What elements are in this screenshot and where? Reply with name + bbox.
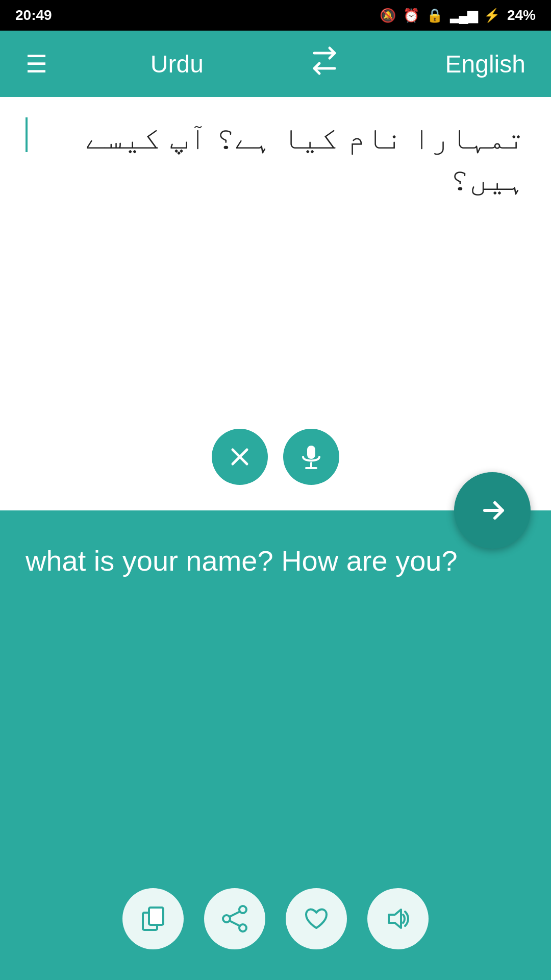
svg-marker-12 xyxy=(389,910,401,928)
battery-display: 24% xyxy=(507,7,536,23)
sim-icon: 🔒 xyxy=(427,8,443,23)
swap-languages-button[interactable] xyxy=(307,43,342,85)
svg-line-10 xyxy=(230,912,240,917)
svg-rect-2 xyxy=(307,446,315,459)
source-text-input[interactable]: تمہارا نام کیا ہے؟ آپ کیسے ہیں؟ xyxy=(31,117,525,200)
translate-send-button[interactable] xyxy=(454,472,531,549)
main-content: ☰ Urdu English تمہارا نام کیا ہے؟ آپ کیس… xyxy=(0,31,551,980)
output-area: what is your name? How are you? xyxy=(0,510,551,980)
output-action-buttons xyxy=(122,888,429,949)
share-button[interactable] xyxy=(204,888,265,949)
copy-button[interactable] xyxy=(122,888,184,949)
signal-icon: ▂▄▆ xyxy=(450,8,477,23)
input-area: تمہارا نام کیا ہے؟ آپ کیسے ہیں؟ xyxy=(0,97,551,510)
svg-line-11 xyxy=(230,921,240,926)
menu-button[interactable]: ☰ xyxy=(26,50,47,78)
text-cursor xyxy=(26,117,28,152)
status-bar: 20:49 🔕 ⏰ 🔒 ▂▄▆ ⚡ 24% xyxy=(0,0,551,31)
source-language-selector[interactable]: Urdu xyxy=(151,50,204,78)
toolbar: ☰ Urdu English xyxy=(0,31,551,97)
favorite-button[interactable] xyxy=(286,888,347,949)
microphone-button[interactable] xyxy=(283,429,339,485)
speaker-button[interactable] xyxy=(367,888,429,949)
battery-level: 24% xyxy=(507,7,536,23)
clear-button[interactable] xyxy=(212,429,268,485)
status-icons: 🔕 ⏰ 🔒 ▂▄▆ ⚡ 24% xyxy=(380,7,536,23)
target-language-selector[interactable]: English xyxy=(445,50,525,78)
svg-rect-6 xyxy=(149,908,163,925)
charge-icon: ⚡ xyxy=(484,8,500,23)
input-action-buttons xyxy=(212,429,339,485)
time-display: 20:49 xyxy=(15,7,52,23)
translated-text-display: what is your name? How are you? xyxy=(26,541,525,581)
alarm-icon: ⏰ xyxy=(403,8,419,23)
input-text-row: تمہارا نام کیا ہے؟ آپ کیسے ہیں؟ xyxy=(26,117,525,200)
mute-icon: 🔕 xyxy=(380,8,396,23)
